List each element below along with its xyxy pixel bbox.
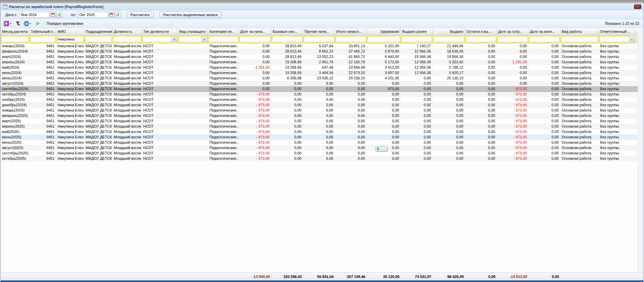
footer-total-responsible bbox=[599, 273, 635, 281]
column-header-paid[interactable]: Выдано bbox=[433, 28, 465, 35]
cell-base_acc: 19 208,99 bbox=[271, 60, 303, 65]
toolbar-separator bbox=[44, 20, 44, 26]
filter-input-total_acc[interactable] bbox=[336, 37, 366, 42]
date-from-calendar-button[interactable] bbox=[50, 12, 56, 18]
column-header-category[interactable]: Категория пе... bbox=[208, 28, 239, 35]
filter-dropdown-trigger-postype[interactable]: ▼ bbox=[172, 37, 177, 42]
export-button[interactable]: ◆▼ bbox=[3, 20, 13, 27]
filter-input-responsible[interactable] bbox=[600, 37, 629, 42]
filter-input-debt_end[interactable] bbox=[530, 37, 559, 42]
date-to-refresh-button[interactable]: ↺ bbox=[115, 12, 121, 18]
calculate-selected-button[interactable]: Рассчитать выделенные записи bbox=[160, 11, 221, 18]
filter-input-postype[interactable] bbox=[143, 37, 172, 42]
filter-dropdown-trigger-emptype[interactable]: ▼ bbox=[202, 37, 207, 42]
cell-fio: Никулина Елен... bbox=[56, 60, 84, 65]
cell-other_acc: 2 951,79 bbox=[303, 60, 335, 65]
filter-input-emptype[interactable] bbox=[179, 37, 202, 42]
table-row[interactable]: сентябрь(2025)9451Никулина Елен...МАДОУ … bbox=[1, 151, 643, 156]
table-row[interactable]: август(2024)9451Никулина Елен...МАДОУ ДЕ… bbox=[1, 81, 643, 86]
cell-debt_start: - 973,00 bbox=[239, 119, 271, 124]
column-header-position[interactable]: Должность bbox=[112, 28, 142, 35]
table-row[interactable]: май(2024)9451Никулина Елен...МАДОУ ДЕТСК… bbox=[1, 65, 643, 70]
cell-worktype: Основная работа bbox=[560, 102, 599, 108]
table-row[interactable]: сентябрь(2024)9451Никулина Елен...МАДОУ … bbox=[1, 86, 643, 92]
cell-paid_before: 0,00 bbox=[401, 113, 433, 119]
table-row[interactable]: январь(2025)9451Никулина Елен...МАДОУ ДЕ… bbox=[1, 108, 643, 113]
close-icon[interactable]: ▪ bbox=[634, 4, 641, 9]
table-row[interactable]: июль(2024)9451Никулина Елен...МАДОУ ДЕТС… bbox=[1, 76, 643, 81]
date-from-input[interactable] bbox=[19, 12, 50, 18]
table-row[interactable]: март(2025)9451Никулина Елен...МАДОУ ДЕТС… bbox=[1, 119, 643, 124]
table-row[interactable]: март(2024)9451Никулина Елен...МАДОУ ДЕТС… bbox=[1, 54, 643, 60]
table-row[interactable]: июнь(2025)9451Никулина Елен...МАДОУ ДЕТС… bbox=[1, 135, 643, 140]
cell-fio: Никулина Елен... bbox=[56, 156, 84, 161]
cell-emptype bbox=[178, 54, 208, 60]
column-header-total_acc[interactable]: Итого начисл... bbox=[335, 28, 367, 35]
table-row[interactable]: февраль(2024)9451Никулина Елен...МАДОУ Д… bbox=[1, 49, 643, 54]
date-to-calendar-button[interactable] bbox=[108, 12, 114, 18]
table-row[interactable]: декабрь(2024)9451Никулина Елен...МАДОУ Д… bbox=[1, 102, 643, 108]
column-header-other_acc[interactable]: Прочие начи... bbox=[303, 28, 335, 35]
column-header-withheld[interactable]: Удержания bbox=[367, 28, 401, 35]
table-row[interactable]: январь(2024)9451Никулина Елен...МАДОУ ДЕ… bbox=[1, 44, 643, 49]
filter-input-debt_start[interactable] bbox=[240, 37, 270, 42]
cell-tabel: 9451 bbox=[29, 54, 56, 60]
filter-input-worktype[interactable] bbox=[561, 37, 598, 42]
column-header-debt_emp[interactable]: Долг за сотр... bbox=[497, 28, 529, 35]
cell-other_acc: 0,00 bbox=[303, 124, 335, 129]
filter-input-category[interactable] bbox=[209, 37, 238, 42]
table-row[interactable]: апрель(2025)9451Никулина Елен...МАДОУ ДЕ… bbox=[1, 124, 643, 129]
table-row[interactable]: май(2025)9451Никулина Елен...МАДОУ ДЕТСК… bbox=[1, 129, 643, 135]
column-header-department[interactable]: Подразделение bbox=[84, 28, 112, 35]
column-header-remainder[interactable]: Остаток к вы... bbox=[465, 28, 497, 35]
cell-responsible: Без группы bbox=[599, 86, 635, 92]
column-header-debt_start[interactable]: Долг на нача... bbox=[239, 28, 271, 35]
table-row[interactable]: август(2025)9451Никулина Елен...МАДОУ ДЕ… bbox=[1, 145, 643, 151]
filter-input-department[interactable] bbox=[85, 37, 111, 42]
cell-other_acc: 0,00 bbox=[303, 145, 335, 151]
column-header-base_acc[interactable]: Базовые нач... bbox=[271, 28, 303, 35]
filter-input-paid[interactable] bbox=[434, 37, 464, 42]
table-row[interactable]: ноябрь(2024)9451Никулина Елен...МАДОУ ДЕ… bbox=[1, 97, 643, 102]
window-titlebar: Расчеты по заработной плате [PayrollRegi… bbox=[1, 3, 643, 10]
column-header-worktype[interactable]: Вид работы bbox=[560, 28, 599, 35]
refresh-button[interactable]: ⟳ bbox=[34, 20, 41, 27]
footer-total-emptype bbox=[178, 273, 208, 281]
print-button[interactable]: ▬▼ bbox=[23, 20, 33, 27]
column-header-emptype[interactable]: Вид служащего bbox=[178, 28, 208, 35]
column-header-paid_before[interactable]: Выдано ранее bbox=[401, 28, 433, 35]
filter-input-paid_before[interactable] bbox=[402, 37, 432, 42]
column-header-responsible[interactable]: Ответственный ... bbox=[599, 28, 635, 35]
date-from-refresh-button[interactable]: ↺ bbox=[56, 12, 62, 18]
column-header-fio[interactable]: ФИО bbox=[56, 28, 84, 35]
calculate-button[interactable]: Рассчитать bbox=[127, 11, 153, 18]
clear-filter-button[interactable] bbox=[14, 20, 21, 27]
column-header-postype[interactable]: Тип должности bbox=[142, 28, 178, 35]
table-row[interactable]: октябрь(2024)9451Никулина Елен...МАДОУ Д… bbox=[1, 92, 643, 97]
column-header-debt_end[interactable]: Долг на коне... bbox=[529, 28, 560, 35]
column-header-tabel[interactable]: Табельный н... bbox=[29, 28, 56, 35]
cell-fio: Никулина Елен... bbox=[56, 135, 84, 140]
date-to-input[interactable] bbox=[78, 12, 108, 18]
vertical-scrollbar[interactable] bbox=[638, 31, 643, 272]
cell-department: МАДОУ ДЕТСКИ... bbox=[84, 49, 112, 54]
filter-input-tabel[interactable] bbox=[30, 37, 55, 42]
filter-input-base_acc[interactable] bbox=[272, 37, 302, 42]
filter-input-debt_emp[interactable] bbox=[498, 37, 528, 42]
table-row[interactable]: июнь(2024)9451Никулина Елен...МАДОУ ДЕТС… bbox=[1, 70, 643, 76]
table-row[interactable]: июль(2025)9451Никулина Елен...МАДОУ ДЕТС… bbox=[1, 140, 643, 145]
filter-input-other_acc[interactable] bbox=[304, 37, 334, 42]
cell-debt_end: 0,00 bbox=[529, 54, 560, 60]
cell-debt_start: 0,00 bbox=[239, 49, 271, 54]
cell-total_acc: 0,00 bbox=[335, 129, 367, 135]
filter-input-fio[interactable] bbox=[57, 37, 83, 42]
filter-dropdown-trigger-responsible[interactable]: ▼ bbox=[629, 37, 634, 42]
table-row[interactable]: февраль(2025)9451Никулина Елен...МАДОУ Д… bbox=[1, 113, 643, 119]
filter-input-remainder[interactable] bbox=[466, 37, 496, 42]
column-header-month[interactable]: Месяц расчета bbox=[1, 28, 29, 35]
filter-input-month[interactable] bbox=[2, 37, 28, 42]
filter-input-position[interactable] bbox=[113, 37, 141, 42]
table-row[interactable]: октябрь(2025)9451Никулина Елен...МАДОУ Д… bbox=[1, 156, 643, 161]
filter-input-withheld[interactable] bbox=[368, 37, 400, 42]
table-row[interactable]: апрель(2024)9451Никулина Елен...МАДОУ ДЕ… bbox=[1, 60, 643, 65]
